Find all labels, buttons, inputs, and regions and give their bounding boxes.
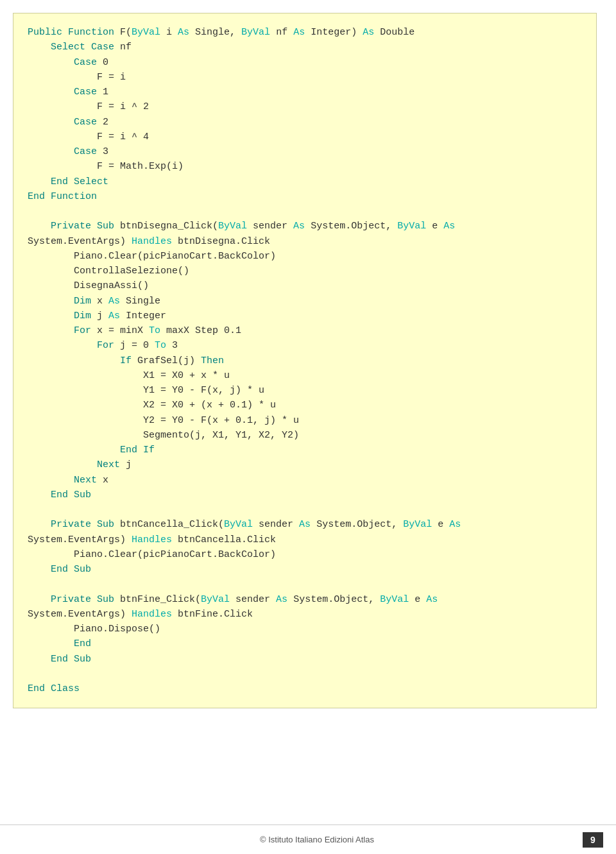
footer-page-number: 9 bbox=[583, 832, 603, 848]
main-content: Public Function F(ByVal i As Single, ByV… bbox=[0, 0, 616, 824]
code-block: Public Function F(ByVal i As Single, ByV… bbox=[13, 13, 597, 708]
footer: © Istituto Italiano Edizioni Atlas 9 bbox=[0, 824, 616, 854]
footer-copyright: © Istituto Italiano Edizioni Atlas bbox=[51, 835, 583, 844]
